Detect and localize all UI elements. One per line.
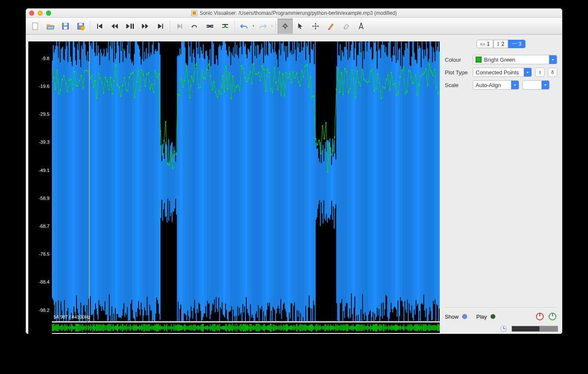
minimize-icon[interactable] [38, 11, 43, 16]
show-toggle[interactable] [462, 314, 467, 319]
svg-rect-922 [57, 324, 58, 331]
overview-minimap[interactable] [52, 321, 440, 334]
svg-rect-145 [162, 144, 163, 221]
svg-rect-1356 [431, 325, 432, 330]
y-axis-label: -49.1 [39, 168, 49, 173]
play-toggle[interactable] [490, 314, 495, 319]
svg-rect-1141 [246, 325, 247, 330]
close-icon[interactable] [29, 11, 34, 16]
align-button[interactable] [218, 19, 233, 34]
playhead-cursor[interactable] [89, 41, 90, 321]
waveform-canvas[interactable]: -9.8-19.6-29.5-39.3-49.1-58.9-68.7-78.5-… [28, 41, 440, 321]
layer-tab-2[interactable]: ⧘ 2 [493, 40, 508, 48]
zoom-icon[interactable] [46, 11, 51, 16]
svg-rect-1160 [262, 325, 263, 330]
svg-rect-140 [158, 42, 159, 304]
svg-rect-1307 [389, 326, 390, 330]
svg-rect-1100 [210, 325, 211, 330]
svg-rect-1175 [275, 325, 276, 330]
loop-button[interactable] [187, 19, 202, 34]
svg-rect-1026 [147, 325, 147, 331]
titlebar: Sonic Visualiser: /Users/thomas/Programm… [26, 8, 562, 18]
svg-rect-1303 [385, 325, 386, 330]
svg-rect-343 [333, 157, 334, 206]
navigate-tool-button[interactable] [278, 19, 293, 34]
erase-tool-button[interactable] [338, 19, 354, 34]
chevron-down-icon [524, 68, 531, 76]
solo-button[interactable] [202, 19, 218, 34]
svg-rect-1147 [251, 324, 252, 332]
svg-rect-1085 [198, 325, 199, 330]
svg-rect-935 [68, 326, 69, 329]
scale-unit-select[interactable] [523, 80, 550, 90]
svg-rect-1325 [404, 327, 405, 329]
draw-tool-button[interactable] [323, 19, 338, 34]
svg-rect-1320 [400, 325, 401, 330]
select-tool-button[interactable] [293, 19, 308, 34]
svg-rect-260 [261, 44, 262, 306]
svg-rect-1280 [366, 325, 367, 330]
play-pause-button[interactable] [122, 19, 138, 34]
svg-rect-443 [419, 46, 420, 311]
measure-tool-button[interactable] [354, 19, 369, 34]
undo-button[interactable] [237, 19, 252, 34]
svg-rect-227 [233, 47, 234, 310]
svg-rect-115 [136, 41, 137, 317]
svg-rect-1255 [344, 325, 345, 330]
undo-menu-icon[interactable]: ▼ [252, 24, 255, 28]
svg-rect-1207 [303, 325, 304, 330]
skip-start-button[interactable] [92, 19, 107, 34]
rewind-button[interactable] [107, 19, 122, 34]
svg-rect-256 [258, 45, 259, 305]
svg-rect-1044 [162, 326, 163, 330]
pan-knob[interactable] [535, 312, 544, 321]
svg-rect-10 [162, 24, 163, 29]
play-selection-button[interactable] [172, 19, 187, 34]
svg-rect-936 [69, 325, 70, 331]
svg-rect-1169 [270, 324, 271, 332]
svg-rect-1163 [265, 325, 266, 330]
clock-icon[interactable] [500, 325, 507, 333]
plot-type-select[interactable]: Connected Points [473, 68, 532, 77]
svg-rect-1202 [298, 326, 299, 330]
layer-tab-3[interactable]: 〰 3 [508, 40, 525, 48]
svg-rect-1079 [193, 325, 193, 330]
layer-tab-1[interactable]: ▭ 1 [476, 40, 493, 48]
new-file-button[interactable] [27, 19, 43, 34]
svg-rect-1210 [305, 324, 306, 331]
svg-rect-1256 [345, 325, 346, 330]
svg-rect-322 [315, 41, 316, 321]
svg-rect-1111 [220, 326, 221, 329]
svg-rect-30 [63, 59, 64, 321]
svg-rect-1118 [226, 324, 227, 332]
segment-button[interactable]: ⦀ [535, 68, 544, 77]
colour-select[interactable]: Bright Green [473, 55, 557, 64]
svg-rect-1064 [180, 325, 180, 331]
save-as-button[interactable] [73, 19, 88, 34]
redo-menu-icon[interactable]: ▼ [270, 24, 274, 28]
open-file-button[interactable] [43, 19, 58, 34]
svg-rect-1168 [269, 325, 270, 331]
svg-rect-324 [316, 149, 317, 217]
svg-rect-1063 [179, 325, 180, 331]
fast-forward-button[interactable] [138, 19, 153, 34]
move-tool-button[interactable] [308, 19, 323, 34]
redo-button[interactable] [255, 19, 270, 34]
svg-rect-1235 [327, 325, 328, 330]
svg-rect-319 [312, 50, 313, 321]
svg-rect-1279 [365, 326, 366, 329]
delta-button[interactable]: δ [548, 68, 557, 77]
svg-rect-288 [286, 61, 286, 311]
svg-rect-233 [238, 58, 239, 316]
svg-rect-1117 [225, 324, 226, 331]
svg-rect-327 [319, 162, 320, 200]
skip-end-button[interactable] [153, 19, 168, 34]
svg-rect-125 [145, 60, 146, 311]
save-button[interactable] [58, 19, 73, 34]
svg-rect-940 [73, 326, 74, 329]
scale-select[interactable]: Auto-Align [473, 80, 519, 90]
gain-knob[interactable] [548, 312, 557, 321]
svg-rect-57 [87, 60, 87, 305]
svg-rect-1139 [244, 325, 245, 331]
svg-rect-1353 [428, 324, 429, 331]
